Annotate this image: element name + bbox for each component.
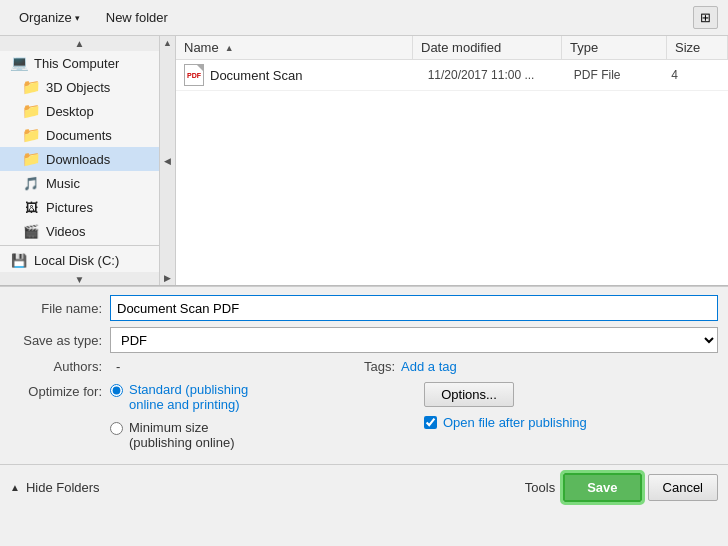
col-name-label: Name <box>184 40 219 55</box>
radio-group: Standard (publishing online and printing… <box>110 382 404 450</box>
sidebar-scroll-up[interactable]: ▲ <box>0 36 159 51</box>
folder-3d-icon: 📁 <box>22 79 40 95</box>
file-name-label: Document Scan <box>210 68 303 83</box>
minimum-radio-option[interactable]: Minimum size (publishing online) <box>110 420 404 450</box>
file-name-row: File name: <box>10 295 718 321</box>
open-file-label[interactable]: Open file after publishing <box>443 415 587 430</box>
file-size-cell: 4 <box>671 68 720 82</box>
sidebar-item-downloads[interactable]: 📁 Downloads <box>0 147 159 171</box>
sidebar-item-label: Videos <box>46 224 86 239</box>
organize-label: Organize <box>19 10 72 25</box>
view-button[interactable]: ⊞ <box>693 6 718 29</box>
sidebar-item-pictures[interactable]: 🖼 Pictures <box>0 195 159 219</box>
file-name-cell: PDF Document Scan <box>184 64 428 86</box>
file-name-label: File name: <box>10 301 110 316</box>
hide-folders-label: Hide Folders <box>26 480 100 495</box>
sidebar-item-label: Pictures <box>46 200 93 215</box>
folder-desktop-icon: 📁 <box>22 103 40 119</box>
save-as-type-row: Save as type: PDF <box>10 327 718 353</box>
file-name-input[interactable] <box>110 295 718 321</box>
sidebar: ▲ 💻 This Computer 📁 3D Objects 📁 Desktop… <box>0 36 160 285</box>
file-type-cell: PDF File <box>574 68 671 82</box>
save-as-type-label: Save as type: <box>10 333 110 348</box>
folder-music-icon: 🎵 <box>22 175 40 191</box>
col-name[interactable]: Name ▲ <box>176 36 413 59</box>
folder-documents-icon: 📁 <box>22 127 40 143</box>
new-folder-button[interactable]: New folder <box>97 6 177 29</box>
nav-left-icon[interactable]: ◀ <box>164 156 171 166</box>
sidebar-item-local-disk[interactable]: 💾 Local Disk (C:) <box>0 248 159 272</box>
sidebar-item-label: Downloads <box>46 152 110 167</box>
save-button[interactable]: Save <box>563 473 641 502</box>
sidebar-item-3d-objects[interactable]: 📁 3D Objects <box>0 75 159 99</box>
col-date[interactable]: Date modified <box>413 36 562 59</box>
col-size-label: Size <box>675 40 700 55</box>
file-list: Name ▲ Date modified Type Size PDF Docum… <box>176 36 728 285</box>
optimize-row: Optimize for: Standard (publishing onlin… <box>10 382 718 450</box>
add-tag-link[interactable]: Add a tag <box>401 359 457 374</box>
nav-up-icon[interactable]: ▲ <box>163 38 172 48</box>
sort-icon: ▲ <box>225 43 234 53</box>
toolbar: Organize ▾ New folder ⊞ <box>0 0 728 36</box>
sidebar-separator <box>0 245 159 246</box>
standard-radio-option[interactable]: Standard (publishing online and printing… <box>110 382 404 412</box>
optimize-label: Optimize for: <box>10 382 110 399</box>
sidebar-item-label: Music <box>46 176 80 191</box>
standard-label-line2: online and printing) <box>129 397 240 412</box>
sidebar-item-label: Desktop <box>46 104 94 119</box>
file-type-value: PDF File <box>574 68 621 82</box>
standard-label-line1: Standard (publishing <box>129 382 248 397</box>
cancel-button[interactable]: Cancel <box>648 474 718 501</box>
hide-folders-button[interactable]: ▲ Hide Folders <box>10 480 100 495</box>
disk-icon: 💾 <box>10 252 28 268</box>
sidebar-item-videos[interactable]: 🎬 Videos <box>0 219 159 243</box>
folder-pictures-icon: 🖼 <box>22 199 40 215</box>
col-date-label: Date modified <box>421 40 501 55</box>
open-file-row: Open file after publishing <box>424 415 587 430</box>
meta-row: Authors: - Tags: Add a tag <box>10 359 718 374</box>
save-as-type-select[interactable]: PDF <box>110 327 718 353</box>
sidebar-item-this-computer[interactable]: 💻 This Computer <box>0 51 159 75</box>
file-list-header: Name ▲ Date modified Type Size <box>176 36 728 60</box>
organize-chevron-icon: ▾ <box>75 13 80 23</box>
tags-label: Tags: <box>364 359 395 374</box>
nav-arrows[interactable]: ▲ ◀ ▶ <box>160 36 176 285</box>
sidebar-item-label: Local Disk (C:) <box>34 253 119 268</box>
minimum-radio[interactable] <box>110 422 123 435</box>
new-folder-label: New folder <box>106 10 168 25</box>
file-size-value: 4 <box>671 68 678 82</box>
standard-radio[interactable] <box>110 384 123 397</box>
authors-label: Authors: <box>10 359 110 374</box>
col-type[interactable]: Type <box>562 36 667 59</box>
col-size[interactable]: Size <box>667 36 728 59</box>
minimum-label-line1: Minimum size <box>129 420 208 435</box>
bottom-bar: ▲ Hide Folders Tools Save Cancel <box>0 464 728 510</box>
authors-value: - <box>116 359 120 374</box>
open-file-checkbox[interactable] <box>424 416 437 429</box>
sidebar-item-desktop[interactable]: 📁 Desktop <box>0 99 159 123</box>
table-row[interactable]: PDF Document Scan 11/20/2017 11:00 ... P… <box>176 60 728 91</box>
file-date-cell: 11/20/2017 11:00 ... <box>428 68 574 82</box>
standard-radio-label: Standard (publishing online and printing… <box>129 382 248 412</box>
nav-right-icon[interactable]: ▶ <box>164 273 171 283</box>
options-button[interactable]: Options... <box>424 382 514 407</box>
pdf-icon: PDF <box>184 64 204 86</box>
tools-label: Tools <box>525 480 555 495</box>
sidebar-scroll-down[interactable]: ▼ <box>0 272 159 285</box>
minimum-radio-label: Minimum size (publishing online) <box>129 420 235 450</box>
main-area: ▲ 💻 This Computer 📁 3D Objects 📁 Desktop… <box>0 36 728 286</box>
tags-section: Tags: Add a tag <box>364 359 718 374</box>
folder-downloads-icon: 📁 <box>22 151 40 167</box>
sidebar-item-label: This Computer <box>34 56 119 71</box>
form-area: File name: Save as type: PDF Authors: - … <box>0 286 728 464</box>
options-btn-area: Options... Open file after publishing <box>424 382 718 430</box>
computer-icon: 💻 <box>10 55 28 71</box>
sidebar-item-label: 3D Objects <box>46 80 110 95</box>
col-type-label: Type <box>570 40 598 55</box>
sidebar-item-music[interactable]: 🎵 Music <box>0 171 159 195</box>
folder-videos-icon: 🎬 <box>22 223 40 239</box>
sidebar-item-documents[interactable]: 📁 Documents <box>0 123 159 147</box>
sidebar-item-label: Documents <box>46 128 112 143</box>
authors-section: Authors: - <box>10 359 364 374</box>
organize-button[interactable]: Organize ▾ <box>10 6 89 29</box>
